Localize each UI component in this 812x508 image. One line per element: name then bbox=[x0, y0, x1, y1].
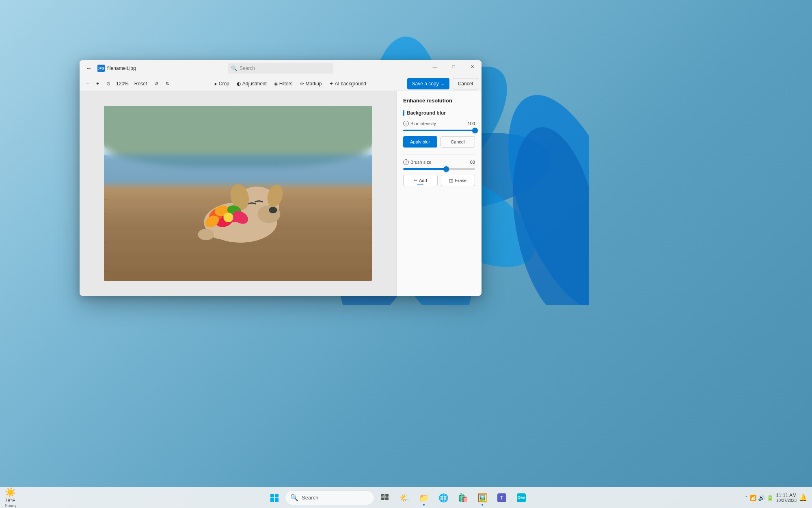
svg-rect-30 bbox=[275, 498, 279, 502]
apply-blur-button[interactable]: Apply blur bbox=[403, 136, 437, 148]
task-view-icon-wrap bbox=[376, 489, 394, 507]
zoom-out-button[interactable]: − bbox=[83, 78, 92, 89]
markup-label: Markup bbox=[306, 81, 322, 87]
taskbar-search-bar[interactable]: 🔍 Search bbox=[285, 491, 374, 505]
crop-label: Crop bbox=[219, 81, 229, 87]
section-accent bbox=[403, 110, 404, 116]
erase-button[interactable]: ◫ Erase bbox=[441, 175, 475, 186]
brush-info-icon: i bbox=[403, 159, 409, 165]
notification-icon[interactable]: 🔔 bbox=[799, 494, 807, 501]
edge-button[interactable]: 🌐 bbox=[435, 490, 451, 506]
file-type-icon: JPG bbox=[97, 65, 105, 72]
cancel-label: Cancel bbox=[458, 81, 473, 87]
zoom-level-display: 120% bbox=[114, 81, 130, 87]
blur-info-icon: i bbox=[403, 121, 409, 126]
reset-label: Reset bbox=[134, 81, 147, 87]
taskbar-search-label: Search bbox=[302, 495, 318, 501]
task-view-button[interactable] bbox=[377, 490, 393, 506]
file-name-label: filenamelt.jpg bbox=[107, 65, 136, 71]
maximize-button[interactable]: □ bbox=[444, 60, 463, 73]
svg-rect-34 bbox=[385, 497, 389, 500]
save-copy-label: Save a copy bbox=[412, 81, 439, 87]
ai-background-button[interactable]: ✦ AI background bbox=[326, 78, 369, 89]
explorer-active-dot bbox=[423, 504, 425, 506]
start-button-wrap bbox=[266, 489, 283, 507]
title-bar-left: ← JPG filenamelt.jpg bbox=[83, 62, 136, 74]
blur-slider-fill bbox=[403, 130, 475, 131]
fit-icon: ⊝ bbox=[106, 81, 110, 87]
task-view-icon bbox=[381, 494, 389, 502]
blur-slider-track bbox=[403, 130, 475, 131]
section-header: Background blur bbox=[403, 110, 475, 116]
adjustment-button[interactable]: ◐ Adjustment bbox=[233, 78, 270, 89]
undo-button[interactable]: ↺ bbox=[151, 78, 162, 89]
taskbar-weather: ☀️ 78°F Sunny bbox=[0, 487, 65, 508]
brush-size-label: i Brush size bbox=[403, 159, 431, 165]
brush-size-row: i Brush size 60 bbox=[403, 159, 475, 165]
svg-rect-28 bbox=[275, 494, 279, 497]
explorer-button[interactable]: 📁 bbox=[416, 490, 432, 506]
adjustment-icon: ◐ bbox=[237, 81, 241, 87]
widgets-button[interactable]: 🌤️ bbox=[396, 490, 412, 506]
photos-button[interactable]: 🖼️ bbox=[474, 490, 490, 506]
close-button[interactable]: ✕ bbox=[463, 60, 482, 73]
svg-rect-27 bbox=[270, 494, 274, 497]
blur-intensity-label: i Blur intensity bbox=[403, 121, 436, 126]
reset-button[interactable]: Reset bbox=[131, 78, 150, 89]
blur-intensity-value: 100 bbox=[468, 121, 475, 126]
ai-bg-icon: ✦ bbox=[329, 81, 333, 87]
sound-icon[interactable]: 🔊 bbox=[758, 495, 765, 501]
panel-title: Enhance resolution bbox=[403, 98, 475, 104]
title-bar: ← JPG filenamelt.jpg 🔍 Search — □ ✕ bbox=[80, 60, 482, 76]
network-icon[interactable]: 📶 bbox=[749, 495, 756, 501]
blur-slider-thumb[interactable] bbox=[472, 128, 478, 133]
panel-cancel-button[interactable]: Cancel bbox=[441, 136, 475, 148]
svg-point-13 bbox=[257, 205, 280, 223]
teams-button[interactable]: T bbox=[494, 490, 510, 506]
blur-intensity-slider[interactable] bbox=[403, 130, 475, 131]
add-button[interactable]: ✏ Add bbox=[403, 175, 438, 186]
toolbar: − + ⊝ 120% Reset ↺ ↻ ∎ Crop ◐ Adjustment bbox=[80, 76, 482, 91]
clock[interactable]: 11:11 AM 10/27/2023 bbox=[776, 493, 797, 503]
blur-intensity-row: i Blur intensity 100 bbox=[403, 121, 475, 126]
photos-active-dot bbox=[482, 504, 483, 506]
search-placeholder: Search bbox=[240, 65, 255, 71]
crop-button[interactable]: ∎ Crop bbox=[211, 78, 233, 89]
markup-button[interactable]: ✏ Markup bbox=[297, 78, 325, 89]
markup-icon: ✏ bbox=[300, 81, 304, 87]
search-icon: 🔍 bbox=[231, 65, 237, 71]
store-icon-wrap: 🛍️ bbox=[454, 489, 472, 507]
photo-canvas bbox=[104, 106, 372, 281]
window-controls: — □ ✕ bbox=[425, 60, 482, 73]
crop-icon: ∎ bbox=[214, 81, 217, 87]
dev-icon-wrap: Dev bbox=[512, 489, 530, 507]
back-button[interactable]: ← bbox=[83, 62, 95, 74]
battery-icon[interactable]: 🔋 bbox=[767, 495, 773, 501]
dev-button[interactable]: Dev bbox=[513, 490, 529, 506]
add-erase-row: ✏ Add ◫ Erase bbox=[403, 175, 475, 186]
brush-size-value: 60 bbox=[470, 160, 475, 165]
filters-button[interactable]: ◈ Filters bbox=[271, 78, 296, 89]
explorer-icon-wrap: 📁 bbox=[415, 489, 433, 507]
save-copy-chevron-icon: ⌄ bbox=[441, 81, 445, 87]
save-copy-button[interactable]: Save a copy ⌄ bbox=[407, 78, 449, 89]
photos-icon-wrap: 🖼️ bbox=[473, 489, 491, 507]
svg-point-18 bbox=[198, 229, 214, 240]
teams-logo: T bbox=[497, 493, 506, 502]
brush-slider-thumb[interactable] bbox=[443, 166, 449, 172]
store-button[interactable]: 🛍️ bbox=[455, 490, 471, 506]
brush-size-slider[interactable] bbox=[403, 168, 475, 170]
zoom-in-button[interactable]: + bbox=[93, 78, 102, 89]
redo-button[interactable]: ↻ bbox=[162, 78, 173, 89]
weather-desc: Sunny bbox=[5, 504, 65, 508]
main-content: Enhance resolution Background blur i Blu… bbox=[80, 91, 482, 296]
taskbar: ☀️ 78°F Sunny 🔍 Search bbox=[0, 487, 812, 508]
side-panel: Enhance resolution Background blur i Blu… bbox=[396, 91, 482, 296]
cancel-button[interactable]: Cancel bbox=[453, 78, 478, 89]
chevron-icon[interactable]: ⌃ bbox=[745, 495, 748, 500]
minimize-button[interactable]: — bbox=[425, 60, 444, 73]
fit-button[interactable]: ⊝ bbox=[103, 78, 114, 89]
start-button[interactable] bbox=[266, 490, 283, 506]
divider bbox=[403, 154, 475, 154]
title-search-bar[interactable]: 🔍 Search bbox=[228, 63, 333, 74]
